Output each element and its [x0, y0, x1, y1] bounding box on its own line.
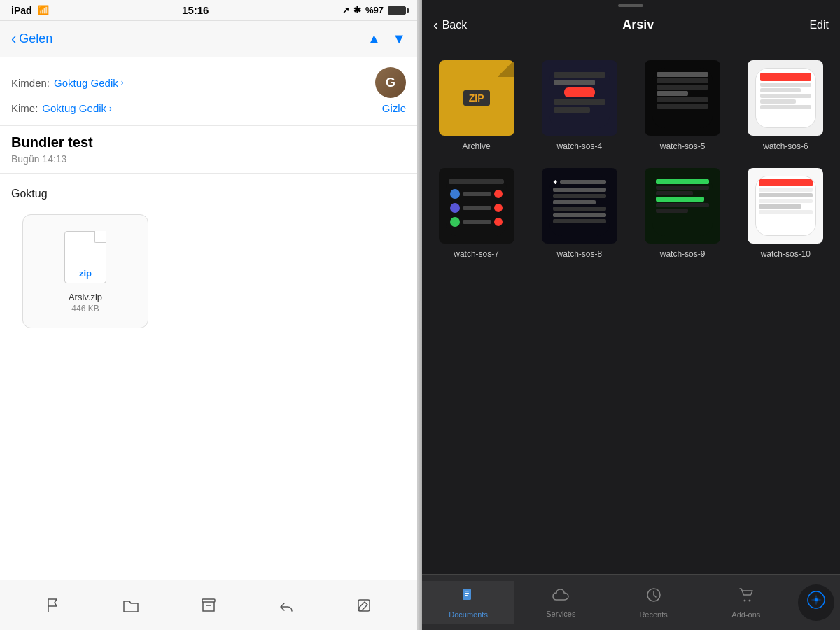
right-panel: ‹ Back Arsiv Edit ZIP Archive: [422, 0, 840, 630]
ws5-content: [652, 68, 713, 128]
archive-button[interactable]: [193, 590, 224, 621]
to-chevron-icon: ›: [109, 104, 112, 113]
tab-addons[interactable]: Add-ons: [700, 581, 792, 624]
docs-back-button[interactable]: ‹ Back: [433, 17, 467, 33]
svg-point-7: [743, 599, 746, 601]
zip-fold-icon: [498, 60, 514, 77]
ws10-content: [756, 176, 815, 235]
documents-tab-label: Documents: [449, 610, 488, 619]
docs-back-label: Back: [442, 19, 468, 31]
file-thumbnail-ws9: [645, 168, 720, 244]
divider-handle: [419, 301, 421, 329]
file-label: watch-sos-9: [660, 249, 706, 259]
file-grid: ZIP Archive: [422, 43, 840, 574]
file-thumbnail-ws10: [748, 168, 823, 244]
wifi-icon: 📶: [38, 5, 49, 15]
watch-thumb-5: [645, 60, 720, 136]
nav-actions: ▲ ▼: [367, 31, 406, 47]
addons-tab-icon: [738, 587, 755, 608]
status-bar: iPad 📶 15:16 ↗ ✱ %97: [0, 0, 417, 21]
documents-tab-icon: [460, 587, 477, 608]
services-tab-icon: [552, 587, 570, 607]
docs-title: Arsiv: [622, 18, 654, 32]
bluetooth-icon: ✱: [354, 5, 361, 15]
attachment-size: 446 KB: [71, 304, 99, 314]
reply-icon: [278, 598, 295, 613]
file-thumbnail-ws4: [542, 60, 617, 136]
ws6-content: [756, 69, 815, 127]
file-thumbnail-archive: ZIP: [439, 60, 514, 136]
file-label: watch-sos-5: [660, 141, 706, 151]
from-name[interactable]: Goktug Gedik ›: [54, 77, 124, 89]
file-label: watch-sos-4: [557, 141, 603, 151]
subject-title: Bundler test: [11, 134, 406, 150]
from-row: Kimden: Goktug Gedik › G: [11, 67, 406, 98]
list-item[interactable]: watch-sos-9: [634, 162, 731, 265]
list-item[interactable]: watch-sos-6: [737, 55, 834, 157]
documents-icon: [460, 587, 477, 603]
docs-nav-bar: ‹ Back Arsiv Edit: [422, 7, 840, 43]
svg-rect-2: [463, 589, 471, 600]
file-thumbnail-ws5: [645, 60, 720, 136]
from-label: Kimden:: [11, 77, 50, 89]
tab-documents[interactable]: Documents: [422, 581, 514, 624]
ws9-content: [652, 176, 713, 236]
svg-rect-5: [465, 595, 468, 596]
compass-svg: [806, 590, 826, 610]
email-header: Kimden: Goktug Gedik › G Kime: Goktug Ge…: [0, 57, 417, 126]
compose-button[interactable]: [349, 590, 379, 621]
zip-file-icon: zip: [64, 231, 106, 284]
watch-screen-6: [755, 68, 816, 128]
ws7-content: [446, 176, 506, 236]
watch-thumb-6: [748, 60, 823, 136]
list-item[interactable]: ZIP Archive: [428, 55, 525, 157]
tab-services[interactable]: Services: [514, 582, 607, 624]
flag-icon: [46, 598, 61, 613]
to-name[interactable]: Goktug Gedik ›: [42, 102, 112, 114]
recents-tab-icon: [645, 587, 662, 608]
compass-button[interactable]: [798, 584, 834, 621]
ws4-content: [550, 68, 610, 128]
svg-point-10: [815, 598, 818, 601]
watch-screen-10: [755, 176, 816, 236]
reply-button[interactable]: [271, 590, 302, 621]
cloud-icon: [552, 589, 570, 603]
next-email-button[interactable]: ▼: [392, 31, 406, 47]
tab-recents[interactable]: Recents: [607, 581, 699, 624]
file-label: watch-sos-6: [763, 141, 808, 151]
clock-icon: [645, 587, 662, 603]
watch-thumb-10: [748, 168, 823, 244]
hide-button[interactable]: Gizle: [382, 102, 406, 114]
battery-label: %97: [365, 5, 384, 15]
file-label: watch-sos-8: [557, 249, 603, 259]
attachment-card[interactable]: zip Arsiv.zip 446 KB: [22, 214, 148, 328]
folder-button[interactable]: [115, 590, 146, 621]
prev-email-button[interactable]: ▲: [367, 31, 381, 47]
list-item[interactable]: ✱ watch-sos-8: [531, 162, 628, 265]
to-row: Kime: Goktug Gedik › Gizle: [11, 102, 406, 114]
subject-date: Bugün 14:13: [11, 153, 406, 173]
list-item[interactable]: watch-sos-5: [634, 55, 731, 157]
docs-back-arrow-icon: ‹: [433, 17, 438, 33]
watch-thumb-9: [645, 168, 720, 244]
docs-edit-button[interactable]: Edit: [809, 19, 829, 31]
watch-screen-9: [652, 176, 713, 236]
file-label: Archive: [463, 141, 491, 151]
svg-rect-0: [202, 599, 215, 602]
list-item[interactable]: watch-sos-10: [737, 162, 834, 265]
services-tab-label: Services: [546, 610, 575, 618]
zip-thumbnail: ZIP: [439, 60, 514, 136]
list-item[interactable]: watch-sos-4: [531, 55, 628, 157]
watch-screen-7: [446, 176, 506, 236]
back-button[interactable]: ‹ Gelen: [11, 30, 52, 48]
file-thumbnail-ws8: ✱: [542, 168, 617, 244]
list-item[interactable]: watch-sos-7: [428, 162, 525, 265]
docs-tab-bar: Documents Services Recents: [422, 574, 840, 630]
attachment-area: zip Arsiv.zip 446 KB: [11, 214, 406, 342]
zip-icon-wrapper: zip: [61, 229, 110, 285]
drag-handle: [422, 0, 840, 7]
greeting-text: Goktug: [11, 188, 406, 200]
zip-type-label: zip: [79, 268, 92, 279]
file-thumbnail-ws6: [748, 60, 823, 136]
flag-button[interactable]: [38, 590, 69, 621]
